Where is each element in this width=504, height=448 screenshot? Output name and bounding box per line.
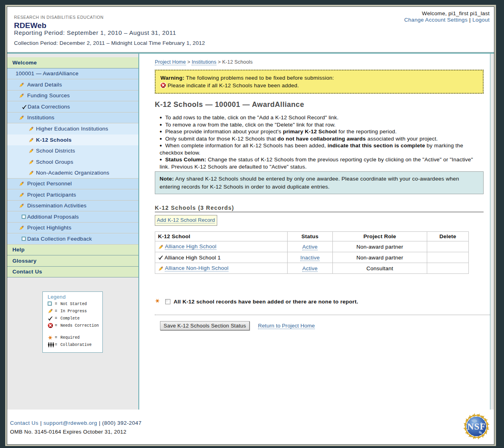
svg-text:NSF: NSF (467, 422, 486, 432)
